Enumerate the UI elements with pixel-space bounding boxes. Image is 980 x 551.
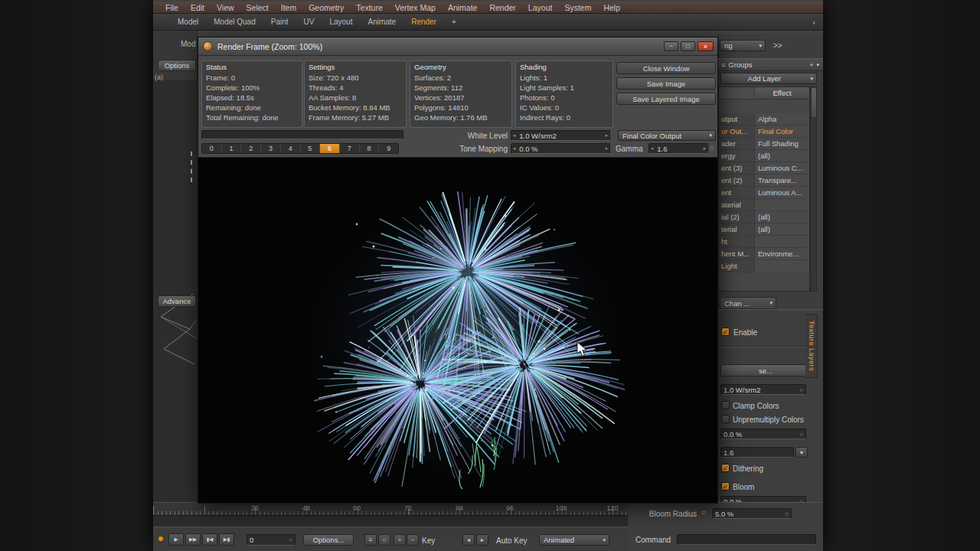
frame-cell[interactable]: 3 bbox=[261, 144, 281, 153]
increment-icon[interactable]: ▸ bbox=[604, 132, 609, 139]
add-layer-dropdown[interactable]: Add Layer ▾ bbox=[720, 73, 817, 84]
frame-cell[interactable]: 4 bbox=[281, 144, 301, 153]
mini-slider-icon[interactable]: ○ bbox=[710, 144, 714, 152]
tab-render[interactable]: Render bbox=[403, 15, 444, 29]
maximize-button[interactable]: □ bbox=[681, 41, 695, 51]
frame-cell[interactable]: 2 bbox=[241, 144, 261, 153]
menu-animate[interactable]: Animate bbox=[442, 3, 484, 12]
advanced-button[interactable]: Advance bbox=[158, 295, 196, 307]
decrement-icon[interactable]: ◂ bbox=[511, 132, 517, 139]
dithering-checkbox[interactable] bbox=[721, 464, 730, 472]
output-dropdown[interactable]: Final Color Output ▾ bbox=[618, 130, 716, 141]
animated-dropdown[interactable]: Animated ▾ bbox=[539, 534, 609, 546]
clipped-dropdown[interactable]: ng ▾ bbox=[720, 40, 766, 51]
save-image-button[interactable]: Save Image bbox=[616, 77, 716, 90]
menu-file[interactable]: File bbox=[159, 3, 185, 12]
frame-cell-active[interactable]: 6 bbox=[320, 144, 340, 153]
bloom-radius-radio-icon[interactable]: ○ bbox=[701, 508, 706, 517]
options-button[interactable]: Options bbox=[158, 60, 196, 71]
add-key-button[interactable]: + bbox=[394, 534, 406, 546]
mini-slider-icon[interactable]: ○ bbox=[797, 431, 805, 438]
play-button[interactable]: ▶ bbox=[168, 533, 184, 546]
frame-cell[interactable]: 8 bbox=[360, 144, 380, 153]
groups-menu-icon[interactable]: ≡ bbox=[718, 61, 728, 69]
gamma-field[interactable]: 1.6 bbox=[720, 447, 794, 458]
clipped-button[interactable]: se... bbox=[720, 364, 811, 377]
menu-help[interactable]: Help bbox=[597, 3, 626, 12]
filter-icon[interactable]: ≡ bbox=[364, 534, 377, 546]
tab-animate[interactable]: Animate bbox=[360, 15, 403, 29]
shader-tree-row[interactable]: terial(all) bbox=[719, 223, 809, 236]
tab-overflow-icon[interactable]: › bbox=[812, 18, 823, 27]
menu-texture[interactable]: Texture bbox=[350, 3, 388, 12]
save-layered-image-button[interactable]: Save Layered Image bbox=[616, 93, 716, 105]
tab-layout[interactable]: Layout bbox=[322, 15, 360, 29]
shader-tree-row[interactable]: aterial bbox=[719, 199, 809, 211]
minimize-button[interactable]: − bbox=[664, 41, 678, 51]
channel-select-icon[interactable]: ○ bbox=[378, 534, 390, 546]
gamma-dropdown-icon[interactable]: ▾ bbox=[795, 447, 808, 458]
remove-key-button[interactable]: − bbox=[407, 534, 419, 546]
channels-tab[interactable]: Chan ... ▾ bbox=[720, 297, 776, 309]
increment-icon[interactable]: ▸ bbox=[604, 145, 609, 152]
menu-system[interactable]: System bbox=[558, 3, 597, 12]
tab-paint[interactable]: Paint bbox=[263, 15, 296, 29]
unpremultiply-checkbox[interactable] bbox=[721, 415, 730, 423]
menu-render[interactable]: Render bbox=[483, 3, 521, 12]
shader-tree-row[interactable]: hent M...Environme... bbox=[719, 248, 809, 260]
shader-tree-row-selected[interactable]: or Out...Final Color bbox=[719, 126, 809, 138]
next-key-button[interactable]: ▸ bbox=[476, 534, 488, 546]
tab-model[interactable]: Model bbox=[170, 15, 206, 29]
shader-tree-row[interactable]: ergy(all) bbox=[719, 150, 809, 162]
shader-tree-row[interactable]: entLuminous A... bbox=[719, 187, 809, 199]
menu-item[interactable]: Item bbox=[275, 3, 302, 12]
close-icon[interactable]: × bbox=[697, 41, 714, 51]
shader-tree-row[interactable]: ial (2)(all) bbox=[719, 211, 809, 223]
step-back-button[interactable]: ▮◀ bbox=[202, 533, 217, 546]
tab-add-button[interactable]: + bbox=[444, 15, 464, 29]
tone-mapping-field[interactable]: 0.0 % ○ bbox=[720, 429, 806, 439]
menu-edit[interactable]: Edit bbox=[185, 3, 211, 12]
close-window-button[interactable]: Close Window bbox=[616, 62, 716, 74]
fast-play-button[interactable]: ▶▶ bbox=[185, 533, 201, 546]
texture-layers-tab[interactable]: Texture Layers bbox=[805, 314, 818, 378]
bloom-checkbox[interactable] bbox=[721, 482, 730, 491]
frame-cell[interactable]: 7 bbox=[340, 144, 360, 153]
shader-tree-row[interactable]: Light bbox=[719, 260, 809, 272]
add-group-icon[interactable]: + bbox=[806, 61, 816, 69]
timeline-options-button[interactable]: Options... bbox=[303, 534, 354, 546]
bloom-radius-field[interactable]: 5.0 % ○ bbox=[712, 508, 792, 519]
increment-icon[interactable]: ▸ bbox=[702, 145, 707, 152]
frame-cell[interactable]: 5 bbox=[301, 144, 321, 153]
panel-overflow-icon[interactable]: >> bbox=[773, 41, 782, 50]
tab-model-quad[interactable]: Model Quad bbox=[206, 15, 263, 29]
current-frame-field[interactable]: 0 ○ bbox=[247, 534, 296, 546]
mini-slider-icon[interactable]: ○ bbox=[782, 510, 791, 517]
shader-tree-row[interactable]: aderFull Shading bbox=[719, 138, 809, 150]
decrement-icon[interactable]: ◂ bbox=[511, 145, 517, 152]
render-viewport[interactable] bbox=[198, 157, 717, 503]
tree-scrollbar[interactable] bbox=[810, 86, 817, 292]
tone-mapping-field[interactable]: ◂ 0.0 % ▸ bbox=[511, 143, 610, 154]
shader-tree-row[interactable]: ent (3)Luminous C... bbox=[719, 162, 809, 174]
white-level-field[interactable]: 1.0 W/srm2 ○ bbox=[720, 384, 806, 395]
enable-checkbox[interactable] bbox=[721, 328, 730, 336]
mini-slider-icon[interactable]: ○ bbox=[797, 386, 805, 393]
prev-key-button[interactable]: ◂ bbox=[462, 534, 475, 546]
frame-cell[interactable]: 0 bbox=[202, 144, 222, 153]
shader-tree-row[interactable]: ent (2)Transpare... bbox=[719, 174, 809, 187]
command-input[interactable] bbox=[677, 534, 816, 545]
groups-options-icon[interactable]: ▾ bbox=[816, 62, 823, 68]
menu-geometry[interactable]: Geometry bbox=[302, 3, 350, 12]
tab-uv[interactable]: UV bbox=[296, 15, 322, 29]
menu-vertex-map[interactable]: Vertex Map bbox=[389, 3, 442, 12]
menu-view[interactable]: View bbox=[211, 3, 240, 12]
step-forward-button[interactable]: ▶▮ bbox=[219, 533, 234, 546]
menu-select[interactable]: Select bbox=[240, 3, 275, 12]
tree-scrollbar-thumb[interactable] bbox=[812, 88, 816, 117]
shader-tree-row[interactable]: ht bbox=[719, 236, 809, 248]
gamma-field[interactable]: ◂ 1.6 ▸ bbox=[648, 143, 708, 154]
decrement-icon[interactable]: ◂ bbox=[649, 145, 655, 152]
shader-tree-row[interactable]: utputAlpha bbox=[719, 113, 809, 126]
frame-cell[interactable]: 1 bbox=[222, 144, 242, 153]
